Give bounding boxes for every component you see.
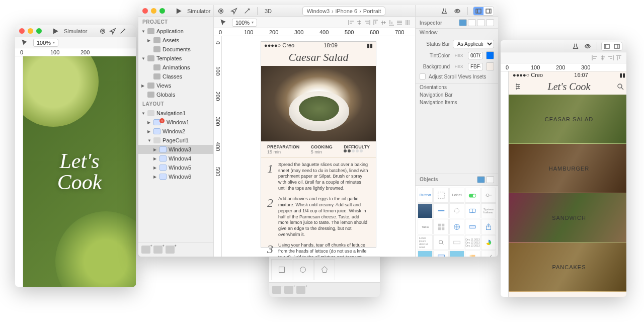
- tab-controls-icon[interactable]: [477, 176, 485, 183]
- tab-size-icon[interactable]: [468, 19, 476, 26]
- obj-activity[interactable]: [449, 203, 464, 218]
- minimize-icon[interactable]: [151, 8, 156, 14]
- distribute-v-icon[interactable]: [404, 19, 411, 26]
- phone-preview[interactable]: ●●●●○ Creo16:07▮▮ Let's Cook CEASAR SALA…: [509, 71, 626, 293]
- zoom-icon[interactable]: [159, 8, 165, 14]
- obj-pageview[interactable]: [465, 251, 480, 257]
- tab-link-icon[interactable]: [486, 19, 494, 26]
- obj-slider[interactable]: [481, 188, 496, 203]
- canvas[interactable]: ●●●●○ Creo18:09▮▮ Caesar Salad PREPARATI…: [222, 36, 415, 257]
- tab-media-icon[interactable]: [486, 176, 494, 183]
- align-top-icon[interactable]: [615, 54, 622, 61]
- titlebar[interactable]: Simulator 3D: [15, 25, 136, 37]
- list-item[interactable]: CEASAR SALAD: [509, 95, 626, 144]
- flask-icon[interactable]: [439, 7, 449, 16]
- tree-globals[interactable]: Globals: [138, 90, 213, 99]
- add-window-icon[interactable]: [141, 246, 150, 254]
- zoom-select[interactable]: 100%: [33, 39, 58, 47]
- wand-icon[interactable]: [242, 7, 252, 16]
- align-center-h-icon[interactable]: [599, 54, 606, 61]
- obj-table[interactable]: Table: [418, 219, 433, 234]
- settings-icon[interactable]: [514, 83, 522, 91]
- pane-toggle[interactable]: [473, 7, 494, 16]
- background-input[interactable]: [468, 63, 483, 70]
- tree-documents[interactable]: Documents: [138, 45, 213, 54]
- obj-datepicker[interactable]: Dec 11 2013Dec 12 2013Dec 13 2013: [465, 235, 480, 250]
- align-center-h-icon[interactable]: [356, 19, 363, 26]
- obj-stepper[interactable]: [465, 203, 480, 218]
- obj-webview[interactable]: [449, 219, 464, 234]
- list-item[interactable]: SANDWICH: [509, 193, 626, 243]
- obj-textfield[interactable]: [465, 219, 480, 234]
- list-item[interactable]: HAMBURGER: [509, 144, 626, 193]
- close-icon[interactable]: [19, 28, 25, 34]
- obj-switch[interactable]: [465, 188, 480, 203]
- obj-view[interactable]: [433, 188, 448, 203]
- tab-connections-icon[interactable]: [477, 19, 485, 26]
- tree-views[interactable]: ▶Views: [138, 81, 213, 90]
- list-item[interactable]: PANCAKES: [509, 243, 626, 292]
- obj-imageview[interactable]: [418, 251, 433, 257]
- tree-window6[interactable]: ▶Window6: [138, 172, 213, 181]
- wand-icon[interactable]: [119, 27, 126, 36]
- obj-progress[interactable]: [433, 203, 448, 218]
- obj-chart[interactable]: [481, 235, 496, 250]
- obj-collection[interactable]: [433, 219, 448, 234]
- tree-pagecurl[interactable]: ▼PageCurl1: [138, 136, 213, 145]
- cursor-icon[interactable]: [218, 18, 228, 27]
- add-icon[interactable]: [284, 286, 293, 294]
- obj-segmented[interactable]: SystemItaliano: [481, 203, 496, 218]
- titlebar[interactable]: [501, 40, 626, 52]
- shape-rect-icon[interactable]: [271, 259, 292, 280]
- gear-icon[interactable]: [99, 27, 106, 36]
- obj-search[interactable]: [433, 235, 448, 250]
- adjust-checkbox[interactable]: [420, 73, 426, 79]
- tab-attributes-icon[interactable]: [459, 19, 467, 26]
- close-icon[interactable]: [142, 8, 148, 14]
- section-orientations[interactable]: Orientations: [416, 84, 498, 91]
- canvas[interactable]: ●●●●○ Creo16:07▮▮ Let's Cook CEASAR SALA…: [509, 71, 626, 297]
- section-navbar[interactable]: Navigation Bar: [416, 91, 498, 99]
- gear-icon[interactable]: [216, 7, 226, 16]
- obj-textview[interactable]: Lorem ipsum dolor sit amet: [418, 235, 433, 250]
- obj-mapview[interactable]: [449, 251, 464, 257]
- play-icon[interactable]: [175, 7, 182, 16]
- add-icon[interactable]: [296, 286, 305, 294]
- add-icon[interactable]: [272, 286, 281, 294]
- zoom-icon[interactable]: [36, 28, 42, 34]
- obj-image[interactable]: [418, 203, 433, 218]
- statusbar-select[interactable]: As Application: [453, 40, 494, 48]
- align-middle-icon[interactable]: [380, 19, 387, 26]
- background-swatch[interactable]: [486, 62, 494, 70]
- shape-polygon-icon[interactable]: [314, 259, 335, 280]
- pane-toggle[interactable]: [601, 42, 622, 51]
- obj-input[interactable]: [449, 235, 464, 250]
- tree-window2[interactable]: ▶Window2: [138, 127, 213, 136]
- location-icon[interactable]: [229, 7, 239, 16]
- align-right-icon[interactable]: [607, 54, 614, 61]
- zoom-select[interactable]: 100%: [232, 19, 257, 27]
- tintcolor-input[interactable]: [468, 52, 483, 59]
- obj-line[interactable]: [481, 251, 496, 257]
- obj-scrollview[interactable]: [433, 251, 448, 257]
- tree-window5[interactable]: ▶Window5: [138, 163, 213, 172]
- align-bottom-icon[interactable]: [388, 19, 395, 26]
- obj-label[interactable]: Label: [449, 188, 464, 203]
- eye-icon[interactable]: [452, 7, 462, 16]
- align-left-icon[interactable]: [591, 54, 598, 61]
- play-icon[interactable]: [52, 27, 59, 36]
- eye-icon[interactable]: [583, 42, 593, 51]
- distribute-h-icon[interactable]: [396, 19, 403, 26]
- tree-classes[interactable]: Classes: [138, 72, 213, 81]
- minimize-icon[interactable]: [28, 28, 33, 34]
- add-folder-icon[interactable]: [166, 246, 175, 254]
- tree-animations[interactable]: Animations: [138, 63, 213, 72]
- breadcrumb[interactable]: Window3›iPhone 6›Portrait: [302, 7, 386, 16]
- flask-icon[interactable]: [571, 42, 581, 51]
- align-left-icon[interactable]: [348, 19, 355, 26]
- align-right-icon[interactable]: [364, 19, 371, 26]
- search-icon[interactable]: [616, 83, 624, 91]
- tree-application[interactable]: ▼Application: [138, 27, 213, 36]
- tintcolor-swatch[interactable]: [486, 51, 494, 59]
- tree-navigation[interactable]: ▼Navigation1: [138, 109, 213, 118]
